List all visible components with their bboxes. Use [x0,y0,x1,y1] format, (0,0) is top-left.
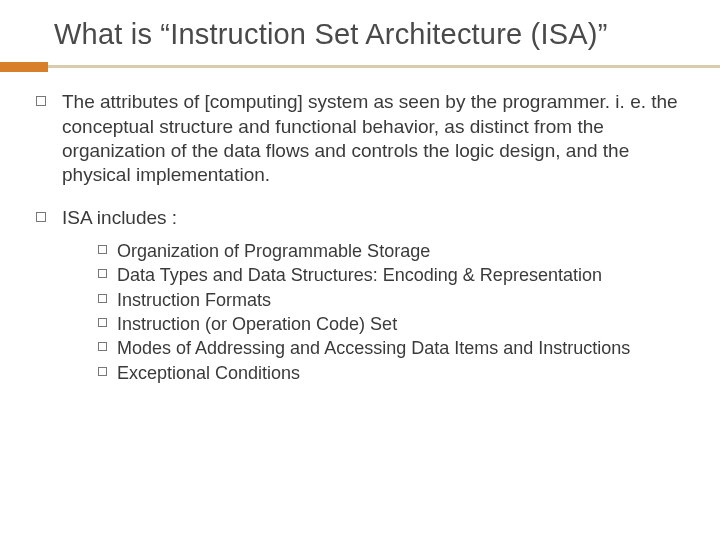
square-bullet-icon [98,294,107,303]
sub-list-item-text: Instruction Formats [117,289,271,312]
square-bullet-icon [98,367,107,376]
sub-list-item-text: Exceptional Conditions [117,362,300,385]
list-item-text: The attributes of [computing] system as … [62,90,690,187]
body-content: The attributes of [computing] system as … [0,90,720,385]
sub-list-item-text: Organization of Programmable Storage [117,240,430,263]
sub-list-item: Instruction Formats [98,289,690,312]
title-underline [0,62,720,72]
underline-accent [0,62,48,72]
sub-list-item: Data Types and Data Structures: Encoding… [98,264,690,287]
square-bullet-icon [98,318,107,327]
slide-title: What is “Instruction Set Architecture (I… [0,0,720,62]
square-bullet-icon [98,342,107,351]
list-item: The attributes of [computing] system as … [36,90,690,187]
square-bullet-icon [98,269,107,278]
sub-list-item-text: Data Types and Data Structures: Encoding… [117,264,602,287]
square-bullet-icon [36,212,46,222]
sub-list-item: Organization of Programmable Storage [98,240,690,263]
sub-list-item: Modes of Addressing and Accessing Data I… [98,337,690,360]
sub-list-item: Instruction (or Operation Code) Set [98,313,690,336]
sub-list: Organization of Programmable Storage Dat… [36,240,690,385]
sub-list-item-text: Instruction (or Operation Code) Set [117,313,397,336]
sub-list-item-text: Modes of Addressing and Accessing Data I… [117,337,630,360]
list-item: ISA includes : [36,206,690,230]
list-item-text: ISA includes : [62,206,177,230]
square-bullet-icon [98,245,107,254]
underline-bar [0,65,720,68]
sub-list-item: Exceptional Conditions [98,362,690,385]
square-bullet-icon [36,96,46,106]
